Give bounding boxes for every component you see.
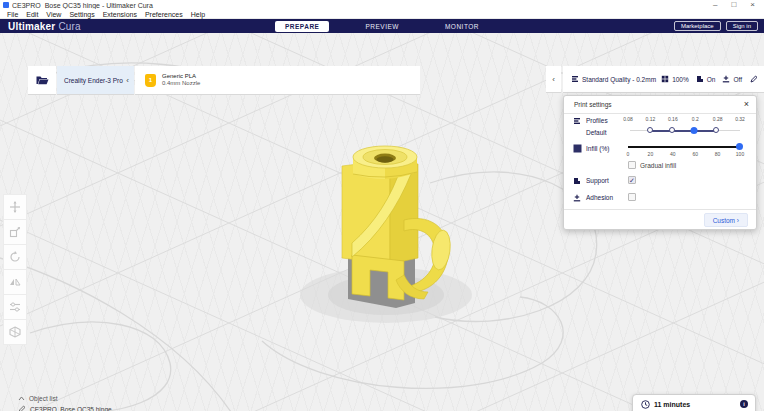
popup-close-icon[interactable]: × [744,99,749,109]
app-header: Ultimaker Cura PREPARE PREVIEW MONITOR M… [0,19,764,33]
profile-tick: 0.12 [646,116,656,122]
profile-layers-icon [571,75,579,83]
pencil-icon [18,405,26,411]
open-file-button[interactable] [28,66,56,95]
tool-panel [3,195,27,345]
profile-stop-028[interactable] [713,127,719,133]
menu-view[interactable]: View [42,11,65,18]
profile-tick: 0.2 [692,116,699,122]
infill-slider-handle[interactable] [736,143,743,150]
settings-collapse-button[interactable]: ‹ [546,66,561,93]
mirror-icon [9,276,21,288]
print-time-estimate: 11 minutes [654,401,690,408]
info-icon[interactable]: i [740,400,748,408]
support-blocker-button[interactable] [3,319,27,345]
profile-slider[interactable]: 0.08 0.12 0.16 0.2 0.28 0.32 [628,116,740,137]
stage-tabs: PREPARE PREVIEW MONITOR [275,19,489,33]
infill-slider[interactable]: 0 20 40 60 80 100 Gradual infill [628,143,740,169]
adhesion-summary-state: Off [733,76,742,83]
menu-edit[interactable]: Edit [22,11,42,18]
infill-tick: 60 [692,151,698,157]
gradual-infill-checkbox[interactable] [628,161,636,169]
menu-help[interactable]: Help [187,11,209,18]
infill-tick: 80 [715,151,721,157]
object-list-item[interactable]: CE3PRO_Bose QC35 hinge [18,405,112,411]
infill-tick: 0 [627,151,630,157]
menu-extensions[interactable]: Extensions [99,11,141,18]
model-bose-qc35-hinge[interactable] [342,146,452,300]
per-model-settings-button[interactable] [3,294,27,320]
printer-name: Creality Ender-3 Pro [64,77,126,84]
infill-icon [661,75,669,83]
open-folder-icon [36,75,49,85]
rotate-tool-button[interactable] [3,244,27,270]
infill-label: Infill (%) [586,145,609,152]
infill-summary-value: 100% [672,76,689,83]
menu-file[interactable]: File [3,11,22,18]
active-profile-label: Standard Quality - 0.2mm [582,76,656,83]
material-name: Generic PLA [162,73,200,80]
edit-settings-pencil-icon[interactable] [750,75,758,83]
profile-tick: 0.08 [623,116,633,122]
support-icon [696,75,704,83]
menu-settings[interactable]: Settings [65,11,98,18]
profile-stop-012[interactable] [647,127,653,133]
tab-monitor[interactable]: MONITOR [435,21,489,32]
profile-tick: 0.16 [668,116,678,122]
chevron-up-icon [18,396,25,401]
marketplace-button[interactable]: Marketplace [674,21,721,31]
profile-tick: 0.28 [713,116,723,122]
profiles-default-label: Default [586,129,607,136]
rotate-icon [9,251,21,263]
tab-preview[interactable]: PREVIEW [355,21,408,32]
minimize-button[interactable]: – [713,0,717,10]
profile-stop-016[interactable] [669,127,675,133]
action-panel: 11 minutes i 1g · 0.21m Preview Save to … [632,394,756,411]
model-name: CE3PRO_Bose QC35 hinge [30,406,112,411]
move-tool-button[interactable] [3,194,27,220]
scale-tool-button[interactable] [3,219,27,245]
tab-prepare[interactable]: PREPARE [275,21,329,32]
support-row-icon [573,177,581,185]
object-list-toggle[interactable]: Object list [18,395,112,402]
support-blocker-icon [9,326,21,338]
adhesion-checkbox[interactable] [628,193,636,201]
gradual-infill-label: Gradual infill [640,162,676,169]
nozzle-size: 0.4mm Nozzle [162,80,200,87]
cura-window: CE3PRO_Bose QC35 hinge - Ultimaker Cura … [0,0,764,411]
brand-cura: Cura [58,21,80,32]
clock-icon [641,400,650,409]
infill-tick: 40 [670,151,676,157]
build-plate-viewport[interactable]: Object list CE3PRO_Bose QC35 hinge 12.3 … [0,33,764,411]
profile-handle-selected[interactable] [691,127,698,134]
profiles-icon [573,117,581,125]
scale-icon [9,226,21,238]
extruder-badge: 1 [145,74,156,87]
printer-collapse-icon[interactable]: ‹ [126,76,129,85]
support-summary-state: On [707,76,716,83]
object-list-panel: Object list CE3PRO_Bose QC35 hinge 12.3 … [18,395,112,411]
infill-tick: 100 [736,151,744,157]
window-title: CE3PRO_Bose QC35 hinge - Ultimaker Cura [12,2,713,9]
profile-tick: 0.32 [735,116,745,122]
popup-title: Print settings [574,101,612,108]
profiles-label: Profiles [586,117,608,124]
move-icon [9,201,21,213]
print-settings-popup: Print settings × Profiles Default 0.08 0… [563,95,757,230]
custom-settings-button[interactable]: Custom › [704,213,748,227]
close-button[interactable]: × [750,0,755,10]
material-selector[interactable]: 1 Generic PLA 0.4mm Nozzle [135,66,420,95]
print-settings-summary[interactable]: Standard Quality - 0.2mm 100% On Off [563,66,764,93]
cura-app-icon [3,2,9,8]
printer-selector[interactable]: Creality Ender-3 Pro ‹ [57,66,134,95]
infill-square-icon [573,144,582,153]
adhesion-label: Adhesion [586,194,613,201]
sign-in-button[interactable]: Sign in [726,21,758,31]
menu-preferences[interactable]: Preferences [141,11,187,18]
per-model-settings-icon [9,301,21,313]
maximize-button[interactable]: □ [731,0,736,10]
adhesion-icon [722,75,730,83]
support-checkbox[interactable]: ✓ [628,176,636,184]
brand-logo: Ultimaker Cura [8,21,81,32]
mirror-tool-button[interactable] [3,269,27,295]
